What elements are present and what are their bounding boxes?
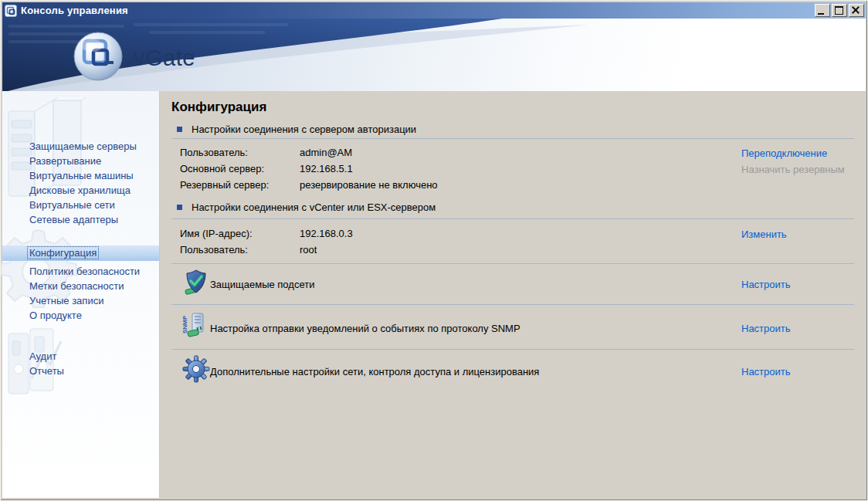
- sidebar-content-divider: [159, 91, 160, 498]
- field-value: резервирование не включено: [300, 179, 438, 191]
- reconnect-link[interactable]: Переподключение: [741, 147, 827, 159]
- window-titlebar[interactable]: Консоль управления: [2, 2, 866, 19]
- separator: [171, 304, 854, 305]
- field-row-vcenter-user: Пользователь:root: [180, 244, 317, 260]
- sidebar-item-about[interactable]: О продукте: [2, 308, 159, 323]
- sidebar-item-deployment[interactable]: Развертывание: [2, 154, 159, 168]
- field-value: admin@AM: [300, 147, 352, 158]
- banner-wave: [2, 19, 866, 91]
- maximize-button[interactable]: [832, 4, 847, 17]
- section-header-vcenter: Настройки соединения с vCenter или ESX-с…: [177, 201, 436, 214]
- section-header-text: Настройки соединения с vCenter или ESX-с…: [192, 201, 436, 213]
- separator: [171, 263, 854, 264]
- change-link[interactable]: Изменить: [741, 228, 787, 240]
- minimize-button[interactable]: [815, 4, 830, 17]
- configure-advanced-link[interactable]: Настроить: [741, 366, 791, 377]
- field-label: Основной сервер:: [180, 163, 300, 174]
- field-value: 192.168.0.3: [300, 228, 353, 239]
- sidebar-item-reports[interactable]: Отчеты: [2, 364, 159, 378]
- brand-name: vGate: [134, 46, 195, 71]
- window-title: Консоль управления: [21, 5, 128, 16]
- sidebar-item-security-policies[interactable]: Политики безопасности: [2, 264, 159, 279]
- section-bullet-icon: [177, 127, 182, 132]
- section-header-auth-server: Настройки соединения с сервером авториза…: [177, 124, 416, 136]
- field-row-user: Пользователь:admin@AM: [180, 147, 352, 163]
- sidebar-item-security-labels[interactable]: Метки безопасности: [2, 279, 159, 293]
- window-controls: [813, 4, 864, 17]
- header-banner: vGate: [2, 19, 866, 91]
- sidebar-group-audit: Аудит Отчеты: [2, 349, 159, 378]
- vgate-logo-icon: [73, 32, 123, 81]
- sidebar-item-configuration-label: Конфигурация: [28, 247, 98, 259]
- sidebar-item-disk-storage[interactable]: Дисковые хранилища: [2, 183, 159, 198]
- field-label: Имя (IP-адрес):: [180, 228, 300, 239]
- sidebar-item-configuration[interactable]: Конфигурация: [2, 245, 159, 261]
- tool-label-advanced-settings: Дополнительные настройки сети, контроля …: [210, 366, 539, 377]
- field-value: root: [300, 244, 317, 256]
- close-button[interactable]: [849, 4, 864, 17]
- sidebar-item-audit[interactable]: Аудит: [2, 349, 159, 364]
- configure-snmp-link[interactable]: Настроить: [741, 323, 791, 334]
- app-icon: [5, 5, 17, 17]
- tool-label-protected-subnets: Защищаемые подсети: [210, 279, 314, 290]
- main-content: Конфигурация Настройки соединения с серв…: [171, 91, 854, 498]
- field-label: Пользователь:: [180, 147, 300, 158]
- field-label: Резервный сервер:: [180, 179, 300, 191]
- shield-check-icon: [181, 268, 211, 297]
- field-row-primary-server: Основной сервер:192.168.5.1: [180, 163, 353, 179]
- sidebar-group-settings: Конфигурация Политики безопасности Метки…: [2, 245, 159, 323]
- page-title: Конфигурация: [171, 100, 266, 115]
- tool-label-snmp: Настройка отправки уведомлений о события…: [210, 323, 520, 334]
- field-row-ip-name: Имя (IP-адрес):192.168.0.3: [180, 228, 353, 244]
- sidebar-item-protected-servers[interactable]: Защищаемые серверы: [2, 139, 159, 154]
- minimize-icon: [818, 13, 824, 15]
- svg-text:SNMP: SNMP: [181, 315, 188, 333]
- field-label: Пользователь:: [180, 244, 300, 256]
- gear-icon: [181, 354, 211, 384]
- snmp-server-icon: SNMP: [181, 310, 211, 340]
- maximize-icon: [835, 6, 843, 15]
- assign-backup-link: Назначить резервным: [741, 164, 845, 175]
- configure-subnets-link[interactable]: Настроить: [741, 279, 791, 290]
- sidebar-item-network-adapters[interactable]: Сетевые адаптеры: [2, 212, 159, 227]
- sidebar-item-accounts[interactable]: Учетные записи: [2, 293, 159, 308]
- section-bullet-icon: [177, 205, 182, 210]
- field-value: 192.168.5.1: [300, 163, 353, 174]
- section-header-text: Настройки соединения с сервером авториза…: [192, 124, 416, 135]
- sidebar: Защищаемые серверы Развертывание Виртуал…: [2, 91, 159, 498]
- close-icon: [849, 5, 863, 16]
- separator: [171, 218, 854, 219]
- sidebar-item-virtual-machines[interactable]: Виртуальные машины: [2, 168, 159, 183]
- sidebar-item-virtual-networks[interactable]: Виртуальные сети: [2, 198, 159, 212]
- sidebar-group-infrastructure: Защищаемые серверы Развертывание Виртуал…: [2, 139, 159, 227]
- separator: [171, 138, 854, 139]
- separator: [171, 349, 854, 350]
- field-row-backup-server: Резервный сервер:резервирование не включ…: [180, 179, 438, 195]
